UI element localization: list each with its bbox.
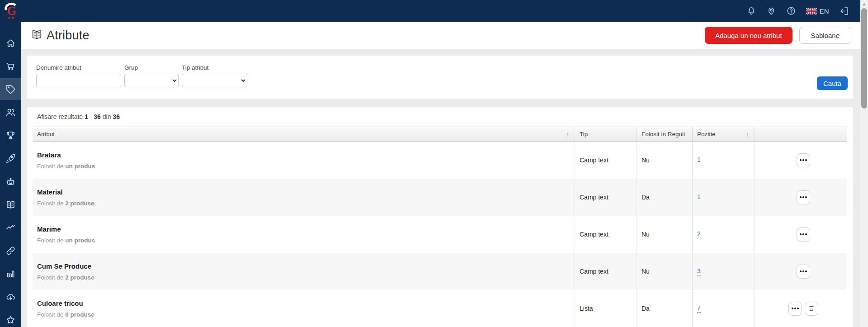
- type-cell: Lista: [575, 290, 637, 327]
- uk-flag-icon: [806, 8, 817, 14]
- column-header-position[interactable]: Pozitie ↑: [692, 127, 755, 141]
- page-header: Atribute Adauga un nou atribut Sabloane: [21, 22, 860, 49]
- position-link[interactable]: 7: [697, 304, 701, 313]
- column-header-used-in-rules[interactable]: Folosit in Reguli: [637, 127, 692, 141]
- row-more-actions-button[interactable]: [797, 227, 810, 242]
- tag-icon: [5, 84, 16, 95]
- language-selector[interactable]: EN: [806, 7, 829, 15]
- location-button[interactable]: [766, 6, 776, 16]
- attribute-usage: Folosit de 0 produse: [37, 311, 575, 318]
- type-cell: Camp text: [575, 253, 637, 290]
- used-in-rules-cell: Nu: [637, 142, 692, 179]
- star-icon: [5, 315, 16, 325]
- position-cell: 3: [692, 253, 755, 290]
- row-more-actions-button[interactable]: [788, 302, 802, 316]
- position-link[interactable]: 1: [697, 156, 701, 164]
- type-field-group: Tip atribut: [182, 64, 247, 87]
- table-body: BrataraFolosit de un produsCamp textNu1M…: [33, 142, 847, 327]
- attribute-cell: Culoare tricouFolosit de 0 produse: [33, 290, 575, 327]
- ellipsis-icon: [800, 159, 802, 161]
- column-header-type[interactable]: Tip: [575, 127, 637, 141]
- cloud-download-icon: [5, 292, 16, 302]
- scrollbar-up-arrow[interactable]: ▲: [860, 1, 868, 7]
- attributes-table: Atribut ↑ Tip Folosit in Reguli Pozitie …: [33, 127, 847, 327]
- sidebar-item-trends[interactable]: [0, 217, 21, 238]
- page-title: Atribute: [47, 28, 90, 43]
- add-attribute-button[interactable]: Adauga un nou atribut: [705, 27, 793, 44]
- sidebar-item-automation[interactable]: [0, 171, 21, 192]
- page-scrollbar[interactable]: ▲: [860, 0, 868, 327]
- attribute-type-select[interactable]: [182, 74, 247, 87]
- logout-button[interactable]: [839, 6, 849, 16]
- group-field-group: Grup: [124, 64, 179, 87]
- trash-icon: [808, 305, 815, 312]
- sidebar-item-favorites[interactable]: [0, 309, 21, 327]
- used-in-rules-cell: Da: [637, 290, 692, 327]
- home-icon: [5, 38, 16, 48]
- sidebar-item-orders[interactable]: [0, 55, 21, 77]
- attribute-usage: Folosit de 2 produse: [37, 274, 575, 281]
- attribute-cell: MarimeFolosit de un produs: [33, 216, 575, 253]
- attribute-type-label: Tip atribut: [182, 64, 247, 71]
- sidebar-item-links[interactable]: [0, 240, 21, 261]
- trend-icon: [5, 223, 16, 233]
- group-label: Grup: [124, 64, 179, 71]
- help-button[interactable]: [786, 6, 796, 16]
- sidebar-item-home[interactable]: [0, 32, 21, 54]
- table-row: Culoare tricouFolosit de 0 produseListaD…: [33, 290, 847, 327]
- attribute-usage: Folosit de un produs: [37, 237, 575, 244]
- results-from: 1: [85, 113, 88, 120]
- attribute-usage: Folosit de 2 produse: [37, 200, 575, 207]
- results-to: 36: [94, 113, 101, 120]
- bell-icon: [746, 6, 756, 16]
- topbar: G EN: [0, 0, 860, 22]
- row-delete-button[interactable]: [805, 302, 818, 316]
- search-button[interactable]: Cauta: [817, 76, 848, 90]
- sort-ascending-icon[interactable]: ↑: [566, 131, 570, 137]
- results-total: 36: [113, 113, 120, 120]
- position-link[interactable]: 1: [697, 193, 701, 201]
- sidebar-nav: [0, 22, 21, 327]
- attribute-name-input[interactable]: [36, 74, 121, 87]
- position-cell: 2: [692, 216, 755, 253]
- actions-cell: [755, 253, 847, 290]
- sidebar-item-reports[interactable]: [0, 263, 21, 284]
- position-cell: 1: [692, 142, 755, 179]
- used-in-rules-cell: Nu: [637, 216, 692, 253]
- row-more-actions-button[interactable]: [797, 153, 810, 167]
- column-header-attribute[interactable]: Atribut ↑: [33, 127, 575, 141]
- sidebar-item-rewards[interactable]: [0, 124, 21, 146]
- attribute-name-label: Denumire atribut: [36, 64, 121, 71]
- gomag-logo-icon: G: [3, 2, 19, 20]
- sidebar-item-attributes[interactable]: [0, 78, 21, 100]
- sidebar-item-marketing[interactable]: [0, 147, 21, 169]
- position-link[interactable]: 2: [697, 230, 701, 238]
- group-select[interactable]: [124, 74, 179, 87]
- scrollbar-thumb[interactable]: [861, 8, 867, 109]
- sidebar-item-catalog[interactable]: [0, 194, 21, 215]
- attribute-name-field-group: Denumire atribut: [36, 64, 121, 87]
- link-icon: [5, 246, 16, 256]
- cart-icon: [5, 61, 16, 71]
- sidebar-item-import-export[interactable]: [0, 286, 21, 308]
- sort-ascending-icon[interactable]: ↑: [746, 131, 750, 137]
- table-row: MarimeFolosit de un produsCamp textNu2: [33, 216, 847, 253]
- filter-panel: Denumire atribut Grup Tip atribut Cauta: [27, 56, 853, 99]
- column-header-actions: [755, 127, 847, 141]
- trophy-icon: [5, 130, 16, 141]
- position-cell: 7: [692, 290, 755, 327]
- topbar-actions: EN: [746, 6, 860, 16]
- row-more-actions-button[interactable]: [797, 265, 810, 279]
- app-logo[interactable]: G: [0, 0, 21, 22]
- attribute-cell: MaterialFolosit de 2 produse: [33, 179, 575, 216]
- content: Denumire atribut Grup Tip atribut Cauta …: [21, 49, 860, 327]
- position-cell: 1: [692, 179, 755, 216]
- sidebar-item-customers[interactable]: [0, 101, 21, 123]
- ellipsis-icon: [792, 308, 793, 309]
- notifications-button[interactable]: [746, 6, 756, 16]
- attribute-name: Marime: [37, 225, 575, 233]
- bar-chart-icon: [5, 269, 16, 279]
- row-more-actions-button[interactable]: [797, 190, 810, 204]
- templates-button[interactable]: Sabloane: [799, 27, 851, 44]
- position-link[interactable]: 3: [697, 267, 701, 275]
